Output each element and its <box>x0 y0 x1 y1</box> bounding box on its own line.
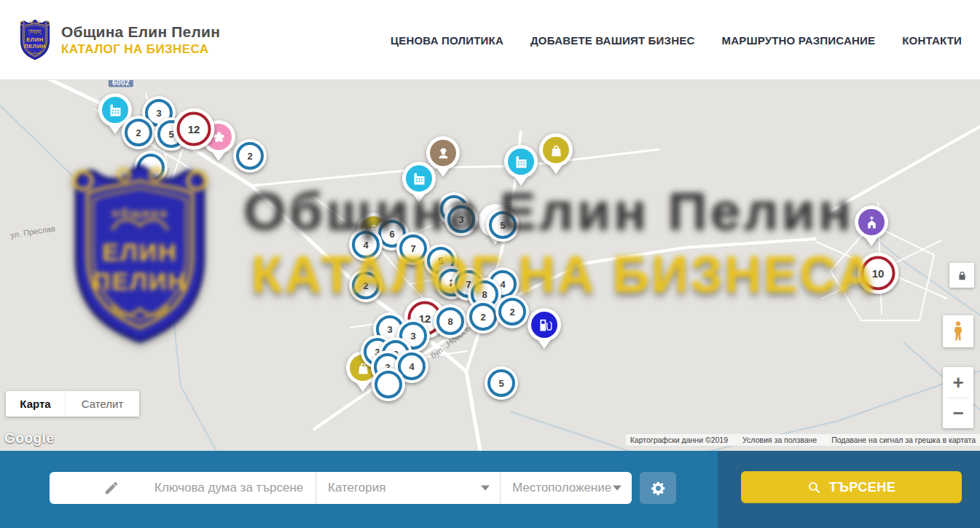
map-pin-factory[interactable] <box>402 162 436 205</box>
nav-add-business[interactable]: ДОБАВЕТЕ ВАШИЯТ БИЗНЕС <box>530 34 694 47</box>
search-bar-right-panel: ТЪРСЕНЕ <box>718 451 980 528</box>
keyword-section <box>50 472 316 504</box>
search-box: Категория Местоположение <box>50 472 632 504</box>
map-cluster-marker[interactable]: 8 <box>434 304 467 338</box>
main-nav: ЦЕНОВА ПОЛИТИКА ДОБАВЕТЕ ВАШИЯТ БИЗНЕС М… <box>391 0 962 80</box>
advanced-settings-button[interactable] <box>640 472 676 504</box>
page: Община Елин Пелин КАТАЛОГ НА БИЗНЕСА ЦЕН… <box>0 0 980 528</box>
cluster-count: 8 <box>482 289 487 300</box>
cluster-count: 3 <box>387 324 392 335</box>
cluster-count: 10 <box>872 267 885 280</box>
category-dropdown-label: Категория <box>328 481 385 495</box>
map-cluster-marker[interactable] <box>134 151 168 184</box>
map-pin-church[interactable] <box>855 205 888 249</box>
map-cluster-marker[interactable]: 2 <box>349 269 383 302</box>
brand[interactable]: Община Елин Пелин КАТАЛОГ НА БИЗНЕСА <box>17 19 220 60</box>
gear-icon <box>651 481 666 496</box>
factory-icon <box>514 154 529 170</box>
map-type-map-button[interactable]: Карта <box>6 391 66 417</box>
map-pin-bag[interactable] <box>539 133 573 177</box>
map-pin-fuel[interactable] <box>528 308 561 352</box>
report-map-error-link[interactable]: Подаване на сигнал за грешка в картата <box>831 436 976 444</box>
nav-route-schedule[interactable]: МАРШРУТНО РАЗПИСАНИЕ <box>721 34 875 47</box>
cluster-count: 4 <box>409 361 414 372</box>
map-cluster-marker[interactable]: 2 <box>466 300 500 334</box>
location-dropdown[interactable]: Местоположение <box>501 472 632 504</box>
cluster-count: 8 <box>447 316 452 327</box>
chevron-down-icon <box>481 486 490 491</box>
cluster-count: 5 <box>438 256 443 267</box>
municipality-logo-icon <box>17 19 52 60</box>
cluster-count: 4 <box>363 240 368 251</box>
nav-contacts[interactable]: КОНТАКТИ <box>902 34 962 47</box>
cluster-count: 2 <box>480 312 485 323</box>
keyword-search-input[interactable] <box>154 481 315 495</box>
zoom-out-button[interactable]: − <box>943 398 973 429</box>
cluster-count: 6 <box>389 229 394 240</box>
cluster-count: 2 <box>363 280 368 291</box>
map-cluster-marker[interactable]: 5 <box>486 208 520 242</box>
cluster-count: 5 <box>498 378 503 389</box>
map-cluster-marker[interactable]: 4 <box>349 228 383 261</box>
map-cluster-marker[interactable] <box>372 368 405 401</box>
search-icon <box>807 481 821 494</box>
cluster-count: 7 <box>410 243 415 254</box>
map-attribution: Картографски данни ©2019 Условия за полз… <box>626 434 980 446</box>
location-dropdown-label: Местоположение <box>512 481 611 495</box>
lock-control[interactable] <box>949 263 974 288</box>
map-canvas[interactable]: 60023 ул. Преславбул. „Новоселция 325122… <box>0 80 980 451</box>
attribution-copyright: Картографски данни ©2019 <box>630 436 728 444</box>
cluster-count: 3 <box>156 108 161 119</box>
map-cluster-marker[interactable]: 2 <box>122 116 155 149</box>
zoom-in-button[interactable]: + <box>943 367 973 398</box>
chevron-down-icon <box>613 486 622 491</box>
map-cluster-marker[interactable]: 3 <box>444 202 478 236</box>
terms-of-use-link[interactable]: Условия за ползване <box>742 436 817 444</box>
worker-icon <box>436 146 451 161</box>
map-cluster-marker[interactable]: 2 <box>495 295 529 328</box>
church-icon <box>864 215 879 230</box>
cluster-count: 5 <box>500 220 505 231</box>
map-pin-factory[interactable] <box>504 145 538 189</box>
cluster-count: 2 <box>247 151 252 162</box>
pegman-control[interactable] <box>943 315 973 347</box>
factory-icon <box>108 103 123 118</box>
map-cluster-marker[interactable]: 12 <box>173 109 215 150</box>
map-type-satellite-button[interactable]: Сателит <box>66 391 139 417</box>
pencil-icon <box>103 480 119 496</box>
brand-title: Община Елин Пелин <box>61 23 220 41</box>
map-type-control: Карта Сателит <box>6 391 139 417</box>
cluster-count: 4 <box>500 279 505 290</box>
search-button-label: ТЪРСЕНЕ <box>829 480 896 495</box>
cluster-count: 3 <box>458 214 463 225</box>
search-bar: Категория Местоположение Т <box>0 451 980 528</box>
fuel-icon <box>537 318 552 333</box>
cluster-count: 12 <box>188 123 200 135</box>
pegman-icon <box>950 320 966 342</box>
site-header: Община Елин Пелин КАТАЛОГ НА БИЗНЕСА ЦЕН… <box>0 0 980 80</box>
zoom-control: + − <box>943 367 973 428</box>
search-bar-left-panel: Категория Местоположение <box>0 451 718 528</box>
brand-subtitle: КАТАЛОГ НА БИЗНЕСА <box>61 42 220 57</box>
category-dropdown[interactable]: Категория <box>316 472 501 504</box>
map-cluster-marker[interactable]: 5 <box>485 366 518 400</box>
search-button[interactable]: ТЪРСЕНЕ <box>741 471 962 503</box>
brand-text: Община Елин Пелин КАТАЛОГ НА БИЗНЕСА <box>61 23 220 57</box>
bag-icon <box>549 143 564 158</box>
map-cluster-marker[interactable]: 2 <box>233 139 267 173</box>
google-logo[interactable]: Google <box>4 430 54 446</box>
map-cluster-marker[interactable]: 10 <box>858 253 899 294</box>
lock-icon <box>957 270 968 281</box>
cluster-count: 2 <box>509 307 514 318</box>
nav-pricing-policy[interactable]: ЦЕНОВА ПОЛИТИКА <box>391 34 503 47</box>
cluster-count: 2 <box>136 127 141 138</box>
cluster-count: 3 <box>410 331 415 342</box>
factory-icon <box>412 171 427 186</box>
